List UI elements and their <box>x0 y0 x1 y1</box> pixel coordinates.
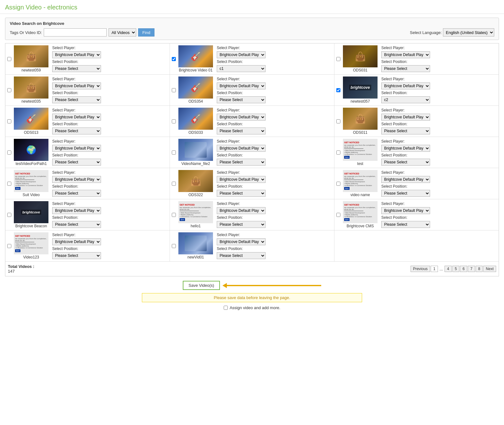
position-select[interactable]: Please Selectc1c2 <box>52 96 101 103</box>
video-checkbox[interactable] <box>336 182 340 186</box>
video-thumb: 🎸 <box>178 45 213 67</box>
player-select[interactable]: Brightcove Default Player <box>381 176 430 183</box>
video-name: Brightcove Beacon <box>15 224 47 228</box>
position-select[interactable]: Please Selectc1c2 <box>217 159 266 166</box>
player-select[interactable]: Brightcove Default Player <box>381 82 430 89</box>
player-select[interactable]: Brightcove Default Player <box>381 145 430 152</box>
position-select[interactable]: Please Selectc1c2 <box>217 252 266 259</box>
position-select[interactable]: Please Selectc1c2 <box>52 128 101 134</box>
position-select[interactable]: Please Selectc1c2 <box>381 128 430 134</box>
video-row: 👜newtest059Select Player:Brightcove Defa… <box>5 43 499 75</box>
position-select[interactable]: Please Selectc1c2 <box>52 65 101 72</box>
video-checkbox[interactable] <box>336 57 340 61</box>
prev-page-button[interactable]: Previous <box>411 266 430 272</box>
position-select[interactable]: Please Selectc1c2 <box>52 159 101 166</box>
player-select[interactable]: Brightcove Default Player <box>217 51 266 58</box>
page-4-button[interactable]: 4 <box>445 266 452 272</box>
video-checkbox[interactable] <box>172 88 176 92</box>
video-cell: brightcovenewtest057Select Player:Bright… <box>334 75 499 105</box>
player-select[interactable]: Brightcove Default Player <box>217 176 266 183</box>
video-thumb: 👜 <box>14 76 48 99</box>
video-checkbox[interactable] <box>7 88 11 92</box>
player-label: Select Player: <box>381 201 430 206</box>
page-1-button[interactable]: 1 <box>431 266 438 272</box>
player-select[interactable]: Brightcove Default Player <box>52 114 101 121</box>
video-name: newVid01 <box>188 255 204 259</box>
position-select[interactable]: Please Selectc1c2 <box>217 221 266 228</box>
player-select[interactable]: Brightcove Default Player <box>52 207 101 214</box>
video-type-select[interactable]: All Videos <box>109 28 136 37</box>
save-button[interactable]: Save Video(s) <box>183 281 220 290</box>
video-name: Brightcove CMS <box>347 224 374 228</box>
page-7-button[interactable]: 7 <box>468 266 475 272</box>
video-thumb: GET NOTICED we separate you from the com… <box>14 232 48 254</box>
video-checkbox[interactable] <box>336 119 340 123</box>
player-select[interactable]: Brightcove Default Player <box>381 114 430 121</box>
video-name: newtest057 <box>350 99 370 104</box>
position-select[interactable]: Please Selectc1c2 <box>52 252 101 259</box>
position-select[interactable]: Please Selectc1c2 <box>217 96 266 103</box>
player-select[interactable]: Brightcove Default Player <box>52 176 101 183</box>
find-button[interactable]: Find <box>138 28 154 37</box>
video-thumb: 🎸 <box>178 76 213 99</box>
language-select[interactable]: English (United States) <box>443 28 494 37</box>
video-checkbox[interactable] <box>172 213 176 217</box>
page-8-button[interactable]: 8 <box>476 266 483 272</box>
position-select[interactable]: Please Selectc1c2 <box>217 65 266 72</box>
position-label: Select Position: <box>217 91 266 95</box>
video-cell: GET NOTICED we separate you from the com… <box>334 168 499 199</box>
tags-input[interactable] <box>44 28 107 37</box>
video-thumb <box>178 139 213 161</box>
player-label: Select Player: <box>381 108 430 112</box>
position-select[interactable]: Please Selectc1c2 <box>381 96 430 103</box>
assign-more-checkbox[interactable] <box>224 306 228 310</box>
next-page-button[interactable]: Next <box>483 266 496 272</box>
position-select[interactable]: Please Selectc1c2 <box>52 190 101 197</box>
position-select[interactable]: Please Selectc1c2 <box>381 190 430 197</box>
page-6-button[interactable]: 6 <box>460 266 467 272</box>
video-name: Brightcove Video 01 <box>179 68 212 72</box>
position-select[interactable]: Please Selectc1c2 <box>381 159 430 166</box>
player-select[interactable]: Brightcove Default Player <box>217 114 266 121</box>
video-checkbox[interactable] <box>172 182 176 186</box>
video-cell: 🎸ODS013Select Player:Brightcove Default … <box>5 106 170 137</box>
video-checkbox[interactable] <box>336 213 340 217</box>
player-select[interactable]: Brightcove Default Player <box>52 51 101 58</box>
video-checkbox[interactable] <box>7 213 11 217</box>
player-select[interactable]: Brightcove Default Player <box>381 207 430 214</box>
position-select[interactable]: Please Selectc1c2 <box>381 221 430 228</box>
player-select[interactable]: Brightcove Default Player <box>52 145 101 152</box>
page-5-button[interactable]: 5 <box>452 266 460 272</box>
player-select[interactable]: Brightcove Default Player <box>217 207 266 214</box>
player-select[interactable]: Brightcove Default Player <box>217 238 266 245</box>
position-select[interactable]: Please Selectc1c2 <box>217 190 266 197</box>
video-checkbox[interactable] <box>336 88 340 92</box>
pagination-row: Total Videos : 147 Previous 1 ... 4 5 6 … <box>5 261 499 276</box>
video-checkbox[interactable] <box>7 119 11 123</box>
position-select[interactable]: Please Selectc1c2 <box>381 65 430 72</box>
video-checkbox[interactable] <box>172 244 176 248</box>
video-checkbox[interactable] <box>7 182 11 186</box>
position-select[interactable]: Please Selectc1c2 <box>217 128 266 134</box>
player-select[interactable]: Brightcove Default Player <box>52 82 101 89</box>
video-checkbox[interactable] <box>172 119 176 123</box>
video-checkbox[interactable] <box>172 150 176 155</box>
video-checkbox[interactable] <box>336 150 340 155</box>
video-checkbox[interactable] <box>7 57 11 61</box>
video-checkbox[interactable] <box>7 244 11 248</box>
search-panel: Video Search on Brightcove Tags Or Video… <box>5 18 499 40</box>
player-select[interactable]: Brightcove Default Player <box>52 238 101 245</box>
position-label: Select Position: <box>217 215 266 220</box>
video-cell: 👜ODS322Select Player:Brightcove Default … <box>170 168 334 199</box>
video-thumb: GET NOTICED we separate you from the com… <box>343 139 378 161</box>
player-select[interactable]: Brightcove Default Player <box>381 51 430 58</box>
player-select[interactable]: Brightcove Default Player <box>217 145 266 152</box>
video-checkbox[interactable] <box>172 57 176 61</box>
position-select[interactable]: Please Selectc1c2 <box>52 221 101 228</box>
player-select[interactable]: Brightcove Default Player <box>217 82 266 89</box>
position-label: Select Position: <box>52 153 101 157</box>
position-label: Select Position: <box>381 91 430 95</box>
position-label: Select Position: <box>52 246 101 251</box>
video-checkbox[interactable] <box>7 150 11 155</box>
video-name: ODS033 <box>188 130 203 135</box>
